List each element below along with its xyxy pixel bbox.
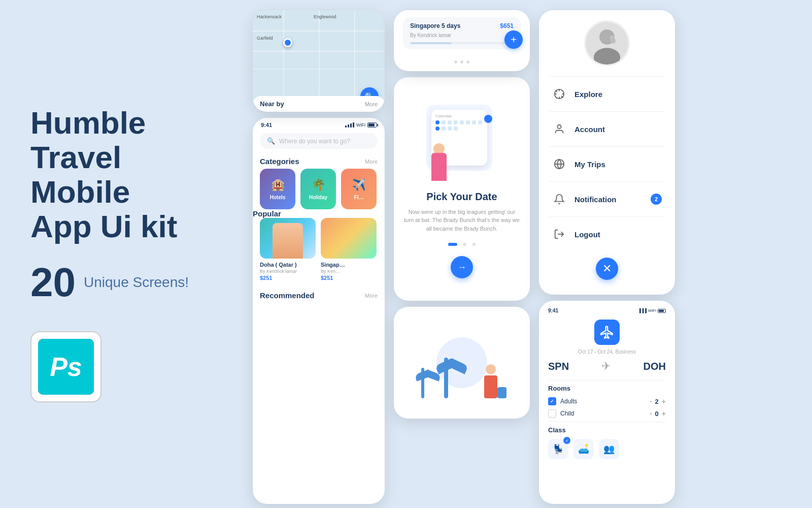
booking-progress: [410, 42, 514, 44]
menu-item-explore[interactable]: Explore: [549, 81, 665, 107]
screens-label: Unique Screens!: [84, 274, 189, 291]
wifi-icon: WiFi: [356, 122, 365, 128]
status-bar: 9:41 WiFi: [253, 118, 385, 130]
popular-card-singapore-image: [321, 218, 377, 259]
booking-top-card: Singapore 5 days $651 By Kendrick lamar …: [394, 10, 530, 71]
flights-icon: ✈️: [352, 178, 366, 192]
adults-stepper[interactable]: - 2 +: [650, 397, 666, 405]
illustration-ball: [484, 115, 492, 123]
class-business-icon: 🛋️: [578, 443, 589, 455]
categories-row: 🏨 Hotels 🌴 Holiday ✈️ Fl…: [253, 169, 385, 209]
child-checkbox[interactable]: [548, 409, 556, 418]
map-label-garfield: Garfield: [257, 36, 273, 41]
date-progress-dots: [447, 243, 477, 246]
date-screen-title: Pick Your Date: [426, 191, 497, 203]
category-flights[interactable]: ✈️ Fl…: [341, 169, 377, 209]
dot-inactive-1: [454, 60, 457, 64]
search-bar[interactable]: 🔍 Where do you want to go?: [260, 133, 378, 149]
booking-card: Singapore 5 days $651 By Kendrick lamar: [403, 17, 521, 49]
menu-item-account[interactable]: Account: [549, 116, 665, 142]
booking-top-row: Singapore 5 days $651: [410, 22, 514, 29]
child-plus[interactable]: +: [662, 409, 666, 418]
map-more-label[interactable]: More: [365, 101, 378, 107]
booking-detail-screen: 9:41 ▐▐▐ WiFi Oct 17 - Oct 24, Business: [539, 301, 675, 504]
child-minus[interactable]: -: [650, 409, 652, 418]
map-nearby-label: Near by: [260, 100, 284, 108]
child-label: Child: [560, 410, 646, 417]
booking-add-button[interactable]: +: [504, 30, 523, 49]
adults-minus[interactable]: -: [650, 397, 652, 405]
menu-item-logout[interactable]: Logout: [549, 221, 665, 247]
category-hotels[interactable]: 🏨 Hotels: [260, 169, 295, 209]
popular-card-singapore-author: By Ken…: [321, 269, 377, 274]
screens-area: Hackensack Englewood Garfield 🔍 Near by …: [244, 0, 812, 508]
booking-price: $651: [500, 22, 514, 29]
class-business[interactable]: 🛋️: [573, 439, 594, 459]
main-app-screen: 9:41 WiFi 🔍 Where do you: [253, 118, 385, 504]
adults-plus[interactable]: +: [662, 397, 666, 405]
signal-bars: [345, 122, 354, 128]
popular-header: Popular: [253, 209, 385, 218]
bd-to-airport: DOH: [644, 361, 666, 372]
logout-label: Logout: [574, 230, 662, 239]
adults-checkmark: ✓: [550, 399, 554, 404]
svg-point-2: [594, 48, 620, 66]
bd-divider-2: [548, 422, 666, 422]
map-screen: Hackensack Englewood Garfield 🔍 Near by …: [253, 10, 385, 112]
col3: Explore Account My Trips: [539, 10, 675, 504]
explore-icon: [552, 87, 566, 101]
date-illustration: Calendar: [421, 100, 502, 181]
cal-dot: [435, 120, 439, 124]
class-first[interactable]: 👥: [599, 439, 619, 459]
menu-item-notification[interactable]: Notification 2: [549, 186, 665, 212]
cal-dot: [435, 126, 439, 131]
brand-title: Humble Travel Mobile App Ui kit: [30, 106, 213, 244]
categories-more[interactable]: More: [365, 158, 378, 165]
bd-adults-row: ✓ Adults - 2 +: [548, 397, 666, 405]
screens-number: 20: [30, 259, 76, 306]
bd-status-icons: ▐▐▐ WiFi: [638, 308, 666, 313]
col2: Singapore 5 days $651 By Kendrick lamar …: [394, 10, 530, 419]
class-economy[interactable]: 💺 ✓: [548, 439, 568, 459]
categories-header: Categories More: [253, 152, 385, 169]
mytrips-label: My Trips: [574, 160, 662, 169]
booking-destination: Singapore 5 days: [410, 22, 460, 29]
popular-card-doha[interactable]: Doha ( Qatar ) By Kendrick lamar $251: [260, 218, 316, 281]
menu-close-button[interactable]: ✕: [596, 258, 618, 280]
popular-title: Popular: [253, 209, 281, 218]
booking-author: By Kendrick lamar: [410, 33, 514, 38]
progress-dot: [463, 243, 466, 246]
ps-icon-text: Ps: [50, 352, 82, 382]
progress-dot-active: [448, 243, 457, 246]
status-time: 9:41: [261, 122, 272, 128]
calendar-dots: [435, 120, 483, 131]
recommended-title: Recommended: [260, 291, 315, 300]
bd-child-row: Child - 0 +: [548, 409, 666, 418]
ps-icon-wrapper: Ps: [30, 331, 101, 402]
flights-label: Fl…: [354, 195, 364, 200]
travel-illustration: [416, 327, 507, 398]
bd-rooms-title: Rooms: [548, 385, 666, 392]
child-stepper[interactable]: - 0 +: [650, 409, 666, 418]
illustration-person-body: [431, 153, 447, 181]
hotels-icon: 🏨: [271, 178, 285, 192]
bd-class-title: Class: [548, 426, 666, 434]
popular-card-singapore[interactable]: Singap… By Ken… $251: [321, 218, 377, 281]
map-background: Hackensack Englewood Garfield 🔍 Near by …: [253, 10, 385, 112]
bd-date-label: Oct 17 - Oct 24, Business: [548, 349, 666, 355]
adults-value: 2: [655, 398, 659, 405]
category-holiday[interactable]: 🌴 Holiday: [300, 169, 336, 209]
cal-dot: [454, 120, 458, 124]
date-next-button[interactable]: →: [451, 256, 473, 278]
popular-card-doha-image: [260, 218, 316, 259]
cal-dot: [472, 120, 476, 124]
adults-checkbox[interactable]: ✓: [548, 397, 556, 405]
menu-screen: Explore Account My Trips: [539, 10, 675, 295]
cal-dot: [448, 120, 452, 124]
adults-label: Adults: [560, 398, 646, 405]
recommended-more[interactable]: More: [365, 293, 378, 299]
menu-item-mytrips[interactable]: My Trips: [549, 151, 665, 177]
holiday-label: Holiday: [309, 195, 327, 200]
popular-card-doha-price: $251: [260, 275, 316, 281]
cal-dot: [466, 120, 470, 124]
